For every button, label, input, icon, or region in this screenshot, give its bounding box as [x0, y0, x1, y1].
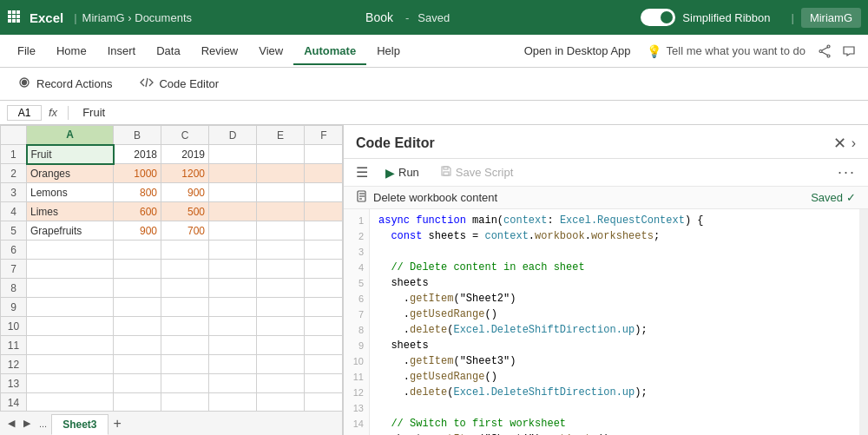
cell-c4[interactable]: 500: [161, 202, 209, 221]
cell-b10[interactable]: [114, 317, 161, 336]
tab-help[interactable]: Help: [366, 37, 411, 64]
col-header-c[interactable]: C: [161, 126, 209, 145]
cell-a3[interactable]: Lemons: [27, 183, 114, 202]
cell-f1[interactable]: [305, 145, 344, 164]
cell-a5[interactable]: Grapefruits: [27, 221, 114, 241]
tab-view[interactable]: View: [248, 37, 293, 64]
cell-c13[interactable]: [161, 374, 209, 393]
expand-icon[interactable]: ›: [852, 135, 856, 151]
tell-me-area[interactable]: 💡 Tell me what you want to do: [640, 44, 812, 58]
cell-a13[interactable]: [27, 374, 114, 393]
close-icon[interactable]: ✕: [833, 134, 846, 153]
cell-e3[interactable]: [257, 183, 305, 202]
user-avatar[interactable]: MiriamG: [801, 8, 861, 28]
sheet-nav-right[interactable]: ▶: [19, 416, 35, 431]
cell-f12[interactable]: [305, 355, 344, 374]
cell-a4[interactable]: Limes: [27, 202, 114, 221]
cell-f9[interactable]: [305, 298, 344, 317]
col-header-a[interactable]: A: [27, 126, 114, 145]
cell-a9[interactable]: [27, 298, 114, 317]
cell-a8[interactable]: [27, 279, 114, 298]
col-header-b[interactable]: B: [114, 126, 161, 145]
cell-d9[interactable]: [209, 298, 257, 317]
cell-a7[interactable]: [27, 260, 114, 279]
cell-d5[interactable]: [209, 221, 257, 241]
tab-data[interactable]: Data: [146, 37, 190, 64]
cell-b1[interactable]: 2018: [114, 145, 161, 164]
cell-c14[interactable]: [161, 393, 209, 412]
cell-c10[interactable]: [161, 317, 209, 336]
cell-d11[interactable]: [209, 336, 257, 355]
grid-icon[interactable]: [7, 10, 21, 26]
cell-d3[interactable]: [209, 183, 257, 202]
cell-f14[interactable]: [305, 393, 344, 412]
cell-d7[interactable]: [209, 260, 257, 279]
cell-d1[interactable]: [209, 145, 257, 164]
cell-e9[interactable]: [257, 298, 305, 317]
cell-e6[interactable]: [257, 241, 305, 260]
cell-e8[interactable]: [257, 279, 305, 298]
cell-d2[interactable]: [209, 164, 257, 183]
tab-review[interactable]: Review: [191, 37, 249, 64]
cell-f10[interactable]: [305, 317, 344, 336]
share-icon[interactable]: [812, 39, 837, 63]
simplified-ribbon-toggle[interactable]: [641, 9, 675, 26]
cell-c7[interactable]: [161, 260, 209, 279]
cell-ref-box[interactable]: A1: [7, 105, 42, 121]
cell-d4[interactable]: [209, 202, 257, 221]
add-sheet-button[interactable]: +: [108, 414, 127, 433]
tab-automate[interactable]: Automate: [293, 37, 366, 64]
open-desktop-link[interactable]: Open in Desktop App: [516, 44, 640, 57]
cell-f3[interactable]: [305, 183, 344, 202]
cell-f8[interactable]: [305, 279, 344, 298]
breadcrumb[interactable]: MiriamG › Documents: [82, 11, 192, 24]
col-header-d[interactable]: D: [209, 126, 257, 145]
cell-c5[interactable]: 700: [161, 221, 209, 241]
cell-b13[interactable]: [114, 374, 161, 393]
cell-e10[interactable]: [257, 317, 305, 336]
cell-c3[interactable]: 900: [161, 183, 209, 202]
cell-b2[interactable]: 1000: [114, 164, 161, 183]
cell-d14[interactable]: [209, 393, 257, 412]
cell-f13[interactable]: [305, 374, 344, 393]
cell-b7[interactable]: [114, 260, 161, 279]
sheet-nav-left[interactable]: ◀: [3, 416, 19, 431]
cell-b11[interactable]: [114, 336, 161, 355]
cell-b6[interactable]: [114, 241, 161, 260]
cell-c1[interactable]: 2019: [161, 145, 209, 164]
hamburger-icon[interactable]: ☰: [356, 164, 368, 181]
cell-b5[interactable]: 900: [114, 221, 161, 241]
cell-b8[interactable]: [114, 279, 161, 298]
cell-a1[interactable]: Fruit: [27, 145, 114, 164]
cell-c9[interactable]: [161, 298, 209, 317]
cell-a6[interactable]: [27, 241, 114, 260]
record-actions-button[interactable]: Record Actions: [10, 72, 119, 96]
run-button[interactable]: ▶ Run: [378, 163, 426, 182]
cell-e2[interactable]: [257, 164, 305, 183]
comment-icon[interactable]: [837, 39, 861, 63]
scrollbar[interactable]: [859, 209, 868, 435]
cell-f4[interactable]: [305, 202, 344, 221]
cell-c11[interactable]: [161, 336, 209, 355]
cell-f2[interactable]: [305, 164, 344, 183]
cell-d13[interactable]: [209, 374, 257, 393]
cell-e1[interactable]: [257, 145, 305, 164]
cell-a2[interactable]: Oranges: [27, 164, 114, 183]
cell-e4[interactable]: [257, 202, 305, 221]
cell-a11[interactable]: [27, 336, 114, 355]
cell-f5[interactable]: [305, 221, 344, 241]
cell-b14[interactable]: [114, 393, 161, 412]
tab-file[interactable]: File: [7, 37, 46, 64]
cell-a10[interactable]: [27, 317, 114, 336]
col-header-e[interactable]: E: [257, 126, 305, 145]
cell-e7[interactable]: [257, 260, 305, 279]
cell-d8[interactable]: [209, 279, 257, 298]
cell-f6[interactable]: [305, 241, 344, 260]
cell-b9[interactable]: [114, 298, 161, 317]
cell-d6[interactable]: [209, 241, 257, 260]
cell-a12[interactable]: [27, 355, 114, 374]
cell-e13[interactable]: [257, 374, 305, 393]
cell-f11[interactable]: [305, 336, 344, 355]
save-script-button[interactable]: Save Script: [433, 162, 520, 182]
cell-d10[interactable]: [209, 317, 257, 336]
